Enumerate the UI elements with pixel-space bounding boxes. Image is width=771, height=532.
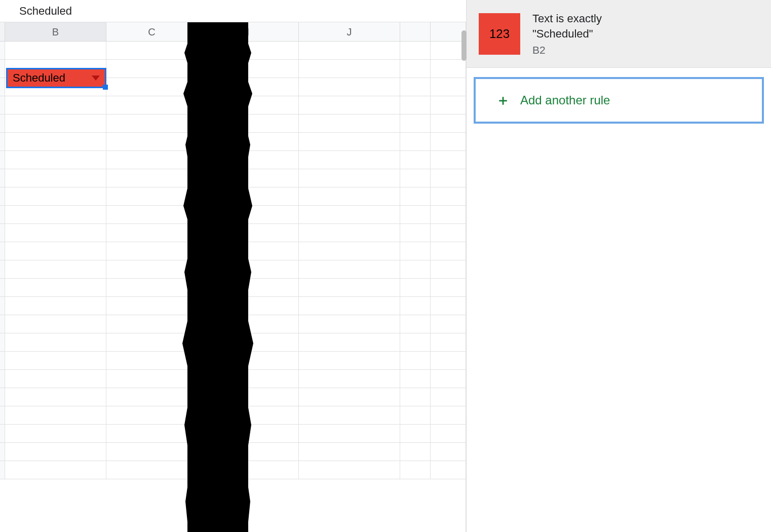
rule-text: Text is exactly "Scheduled" B2: [532, 11, 759, 56]
rule-preview-swatch: 123: [479, 13, 520, 55]
column-header-J[interactable]: J: [299, 22, 400, 41]
active-cell-value: Scheduled: [13, 71, 92, 85]
chevron-down-icon[interactable]: [92, 75, 100, 81]
spreadsheet-main: Scheduled B C I J: [0, 0, 466, 532]
selection-handle[interactable]: [103, 85, 108, 90]
formula-bar[interactable]: Scheduled: [0, 0, 466, 22]
conditional-format-sidepanel: 123 Text is exactly "Scheduled" B2 ＋ Add…: [466, 0, 771, 532]
spreadsheet-grid[interactable]: B C I J: [0, 22, 466, 532]
plus-icon: ＋: [496, 93, 510, 107]
formula-bar-text: Scheduled: [19, 5, 72, 18]
torn-overlay: [187, 22, 248, 532]
scrollbar-thumb[interactable]: [461, 30, 467, 61]
add-another-rule-button[interactable]: ＋ Add another rule: [474, 77, 764, 124]
rule-condition-line2: "Scheduled": [532, 26, 759, 42]
corner-cell[interactable]: [0, 22, 5, 41]
rule-condition-line1: Text is exactly: [532, 11, 759, 26]
rule-range: B2: [532, 44, 759, 56]
format-rule-item[interactable]: 123 Text is exactly "Scheduled" B2: [467, 0, 771, 68]
add-rule-label: Add another rule: [520, 93, 610, 107]
active-cell-dropdown[interactable]: Scheduled: [6, 68, 106, 88]
column-header-B[interactable]: B: [5, 22, 106, 41]
column-header-next[interactable]: [400, 22, 431, 41]
